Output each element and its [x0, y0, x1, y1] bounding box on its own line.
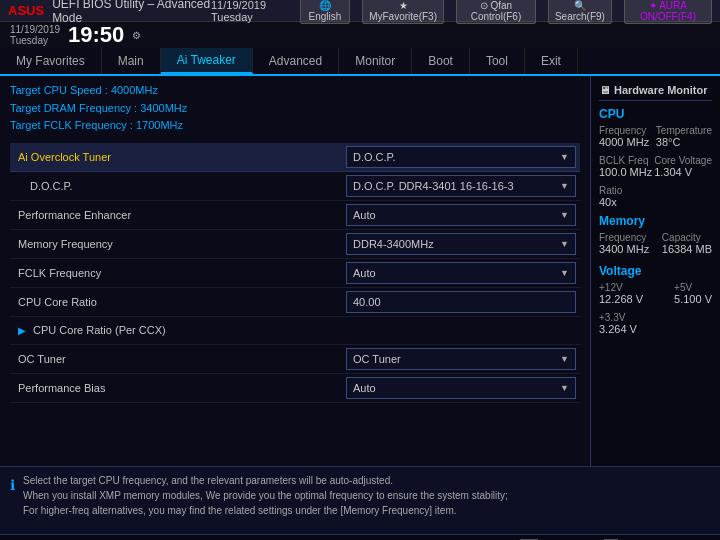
perf-enhancer-label: Performance Enhancer: [14, 209, 346, 221]
cpu-core-ratio-label: CPU Core Ratio: [14, 296, 346, 308]
hw-5v-value: 5.100 V: [674, 293, 712, 305]
dropdown-arrow-6: ▼: [560, 354, 569, 364]
tab-main[interactable]: Main: [102, 48, 161, 74]
hw-mem-row: Frequency 3400 MHz Capacity 16384 MB: [599, 232, 712, 258]
hw-bclk-value: 100.0 MHz: [599, 166, 652, 178]
setting-performance-bias: Performance Bias Auto ▼: [10, 374, 580, 403]
setting-docp: D.O.C.P. D.O.C.P. DDR4-3401 16-16-16-3 ▼: [10, 172, 580, 201]
ai-overclock-dropdown[interactable]: D.O.C.P. ▼: [346, 146, 576, 168]
tab-my-favorites[interactable]: My Favorites: [0, 48, 102, 74]
perf-enhancer-control[interactable]: Auto ▼: [346, 204, 576, 226]
date-small: 11/19/2019 Tuesday: [10, 24, 60, 46]
target-fclk-freq: Target FCLK Frequency : 1700MHz: [10, 117, 580, 135]
search-btn[interactable]: 🔍 Search(F9): [548, 0, 612, 24]
perf-bias-control[interactable]: Auto ▼: [346, 377, 576, 399]
hw-cpu-freq-value: 4000 MHz: [599, 136, 649, 148]
dropdown-arrow-2: ▼: [560, 181, 569, 191]
setting-memory-freq: Memory Frequency DDR4-3400MHz ▼: [10, 230, 580, 259]
mem-freq-control[interactable]: DDR4-3400MHz ▼: [346, 233, 576, 255]
oc-tuner-label: OC Tuner: [14, 353, 346, 365]
main-content: Target CPU Speed : 4000MHz Target DRAM F…: [0, 76, 720, 466]
perf-bias-label: Performance Bias: [14, 382, 346, 394]
ai-overclock-label: Ai Overclock Tuner: [14, 151, 346, 163]
second-bar: 11/19/2019 Tuesday 19:50 ⚙: [0, 22, 720, 48]
info-icon: ℹ: [10, 475, 15, 496]
docp-control[interactable]: D.O.C.P. DDR4-3401 16-16-16-3 ▼: [346, 175, 576, 197]
gear-icon: ⚙: [132, 30, 141, 41]
myfavorite-btn[interactable]: ★ MyFavorite(F3): [362, 0, 444, 24]
monitor-icon: 🖥: [599, 84, 610, 96]
left-panel: Target CPU Speed : 4000MHz Target DRAM F…: [0, 76, 590, 466]
time-display: 19:50: [68, 22, 124, 48]
tab-ai-tweaker[interactable]: Ai Tweaker: [161, 48, 253, 74]
setting-oc-tuner: OC Tuner OC Tuner ▼: [10, 345, 580, 374]
dropdown-arrow-4: ▼: [560, 239, 569, 249]
hw-cpu-freq-row: Frequency 4000 MHz Temperature 38°C: [599, 125, 712, 151]
mem-freq-label: Memory Frequency: [14, 238, 346, 250]
setting-cpu-core-ratio-per-ccx: ▶ CPU Core Ratio (Per CCX): [10, 317, 580, 345]
expand-icon: ▶: [18, 325, 26, 336]
perf-enhancer-dropdown[interactable]: Auto ▼: [346, 204, 576, 226]
setting-ai-overclock-tuner: Ai Overclock Tuner D.O.C.P. ▼: [10, 143, 580, 172]
setting-cpu-core-ratio: CPU Core Ratio: [10, 288, 580, 317]
hw-ratio-label: Ratio: [599, 185, 712, 196]
ai-overclock-control[interactable]: D.O.C.P. ▼: [346, 146, 576, 168]
hw-3v3-label: +3.3V: [599, 312, 712, 323]
cpu-core-ratio-control[interactable]: [346, 291, 576, 313]
cpu-core-ratio-per-ccx-label: ▶ CPU Core Ratio (Per CCX): [14, 324, 346, 336]
dropdown-arrow-3: ▼: [560, 210, 569, 220]
oc-tuner-dropdown[interactable]: OC Tuner ▼: [346, 348, 576, 370]
hw-3v3-value: 3.264 V: [599, 323, 712, 335]
fclk-label: FCLK Frequency: [14, 267, 346, 279]
hw-cpu-ratio-row: Ratio 40x: [599, 185, 712, 208]
info-text: Select the target CPU frequency, and the…: [23, 473, 508, 518]
hw-cpu-section: CPU: [599, 107, 712, 121]
date-display: 11/19/2019 Tuesday: [211, 0, 288, 23]
hw-monitor-title: 🖥 Hardware Monitor: [599, 80, 712, 101]
bios-title: UEFI BIOS Utility – Advanced Mode: [52, 0, 211, 25]
target-cpu-speed: Target CPU Speed : 4000MHz: [10, 82, 580, 100]
tab-advanced[interactable]: Advanced: [253, 48, 339, 74]
hw-voltage-section: Voltage: [599, 264, 712, 278]
setting-performance-enhancer: Performance Enhancer Auto ▼: [10, 201, 580, 230]
dropdown-arrow-7: ▼: [560, 383, 569, 393]
setting-fclk-freq: FCLK Frequency Auto ▼: [10, 259, 580, 288]
top-bar: ASUS UEFI BIOS Utility – Advanced Mode 1…: [0, 0, 720, 22]
hw-memory-section: Memory: [599, 214, 712, 228]
hw-mem-freq-value: 3400 MHz: [599, 243, 649, 255]
cpu-core-ratio-input[interactable]: [346, 291, 576, 313]
hardware-monitor-panel: 🖥 Hardware Monitor CPU Frequency 4000 MH…: [590, 76, 720, 466]
tab-boot[interactable]: Boot: [412, 48, 470, 74]
hw-bclk-label: BCLK Freq: [599, 155, 652, 166]
qfan-btn[interactable]: ⊙ Qfan Control(F6): [456, 0, 536, 24]
info-box: ℹ Select the target CPU frequency, and t…: [0, 466, 720, 534]
oc-tuner-control[interactable]: OC Tuner ▼: [346, 348, 576, 370]
hw-mem-freq-label: Frequency: [599, 232, 649, 243]
footer: Last Modified | EzMode(F7) → Hot Keys ? …: [0, 534, 720, 540]
hw-12v-value: 12.268 V: [599, 293, 643, 305]
mem-freq-dropdown[interactable]: DDR4-3400MHz ▼: [346, 233, 576, 255]
tab-tool[interactable]: Tool: [470, 48, 525, 74]
docp-label: D.O.C.P.: [14, 180, 346, 192]
fclk-control[interactable]: Auto ▼: [346, 262, 576, 284]
aura-btn[interactable]: ✦ AURA ON/OFF(F4): [624, 0, 712, 24]
hw-mem-cap-label: Capacity: [662, 232, 712, 243]
hw-5v-label: +5V: [674, 282, 712, 293]
docp-dropdown[interactable]: D.O.C.P. DDR4-3401 16-16-16-3 ▼: [346, 175, 576, 197]
top-bar-right: 11/19/2019 Tuesday 🌐 English ★ MyFavorit…: [211, 0, 712, 24]
hw-ratio-value: 40x: [599, 196, 712, 208]
tab-monitor[interactable]: Monitor: [339, 48, 412, 74]
target-dram-freq: Target DRAM Frequency : 3400MHz: [10, 100, 580, 118]
hw-3v3-row: +3.3V 3.264 V: [599, 312, 712, 335]
asus-logo: ASUS: [8, 3, 44, 18]
dropdown-arrow-5: ▼: [560, 268, 569, 278]
fclk-dropdown[interactable]: Auto ▼: [346, 262, 576, 284]
english-btn[interactable]: 🌐 English: [300, 0, 351, 24]
hw-cpu-temp-value: 38°C: [656, 136, 712, 148]
hw-cpu-freq-label: Frequency: [599, 125, 649, 136]
perf-bias-dropdown[interactable]: Auto ▼: [346, 377, 576, 399]
hw-mem-cap-value: 16384 MB: [662, 243, 712, 255]
info-lines: Target CPU Speed : 4000MHz Target DRAM F…: [10, 82, 580, 135]
tab-exit[interactable]: Exit: [525, 48, 578, 74]
hw-cpu-temp-label: Temperature: [656, 125, 712, 136]
